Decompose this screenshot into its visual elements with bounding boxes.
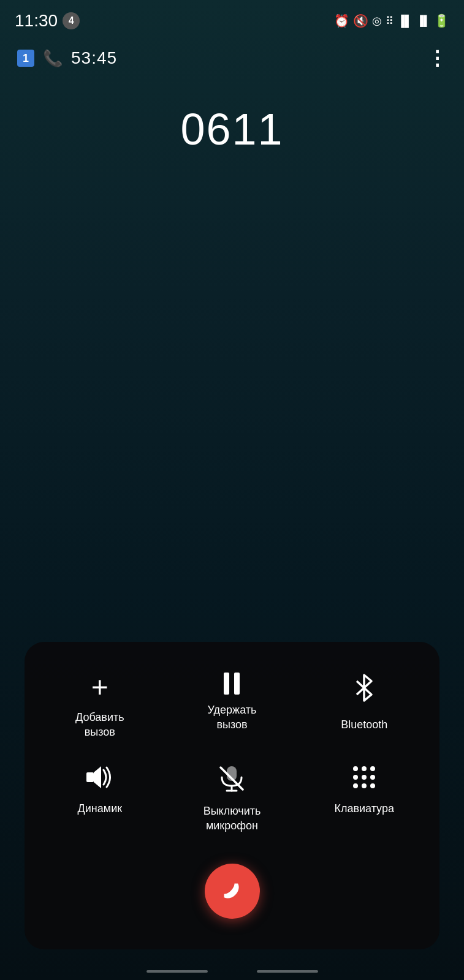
mute-button[interactable]: Выключитьмикрофон	[169, 758, 295, 839]
svg-point-13	[362, 783, 367, 788]
bluetooth-label: Bluetooth	[341, 718, 387, 732]
keypad-label: Клавиатура	[334, 802, 394, 816]
keypad-button[interactable]: Клавиатура	[301, 758, 427, 839]
end-call-icon	[219, 876, 246, 906]
sim-badge: 1	[17, 50, 34, 67]
svg-point-6	[353, 766, 358, 771]
pause-bar-right	[234, 673, 240, 695]
hotspot-icon: ◎	[372, 14, 382, 28]
phone-number: 0611	[180, 104, 283, 154]
mute-mic-icon	[217, 764, 246, 796]
bluetooth-icon	[352, 673, 376, 709]
end-call-button[interactable]	[205, 864, 260, 919]
speaker-button[interactable]: Динамик	[37, 758, 163, 839]
svg-point-14	[370, 783, 375, 788]
call-bar: 1 📞 53:45 ⋮	[0, 37, 464, 80]
home-indicator	[146, 970, 318, 973]
keypad-icon	[351, 764, 378, 793]
alarm-icon: ⏰	[334, 13, 349, 28]
svg-point-8	[370, 766, 375, 771]
controls-grid: + Добавитьвызов Удержатьвызов Bluetooth	[37, 666, 427, 839]
svg-point-11	[370, 775, 375, 780]
svg-marker-1	[94, 766, 101, 788]
mute-label: Выключитьмикрофон	[203, 804, 261, 833]
status-left: 11:30 4	[15, 11, 80, 31]
notification-badge: 4	[63, 12, 80, 29]
call-info: 1 📞 53:45	[17, 48, 117, 68]
phone-number-container: 0611	[0, 80, 464, 167]
control-panel: + Добавитьвызов Удержатьвызов Bluetooth	[25, 642, 439, 949]
speaker-label: Динамик	[78, 802, 123, 816]
pause-bar-left	[224, 673, 229, 695]
call-timer: 53:45	[71, 48, 117, 68]
grid-icon: ⠿	[386, 14, 394, 28]
call-phone-icon: 📞	[43, 49, 63, 68]
status-bar: 11:30 4 ⏰ 🔇 ◎ ⠿ ▐▌ ▐▌ 🔋	[0, 0, 464, 37]
add-call-icon: +	[91, 673, 108, 702]
end-call-container	[37, 864, 427, 919]
home-indicator-line-right	[257, 970, 318, 973]
mute-icon: 🔇	[353, 13, 368, 28]
svg-rect-0	[86, 772, 94, 782]
speaker-icon	[85, 764, 115, 793]
status-right: ⏰ 🔇 ◎ ⠿ ▐▌ ▐▌ 🔋	[334, 13, 449, 28]
home-indicator-line-left	[146, 970, 208, 973]
bluetooth-button[interactable]: Bluetooth	[301, 666, 427, 745]
signal1-icon: ▐▌	[397, 15, 413, 28]
status-time: 11:30	[15, 11, 58, 31]
svg-point-12	[353, 783, 358, 788]
svg-point-7	[362, 766, 367, 771]
add-call-button[interactable]: + Добавитьвызов	[37, 666, 163, 745]
svg-point-10	[362, 775, 367, 780]
pause-icon	[224, 673, 240, 695]
signal2-icon: ▐▌	[416, 15, 430, 26]
more-options-button[interactable]: ⋮	[427, 47, 447, 70]
battery-icon: 🔋	[434, 13, 449, 28]
add-call-label: Добавитьвызов	[75, 710, 124, 739]
hold-label: Удержатьвызов	[208, 703, 257, 732]
hold-button[interactable]: Удержатьвызов	[169, 666, 295, 745]
svg-point-9	[353, 775, 358, 780]
